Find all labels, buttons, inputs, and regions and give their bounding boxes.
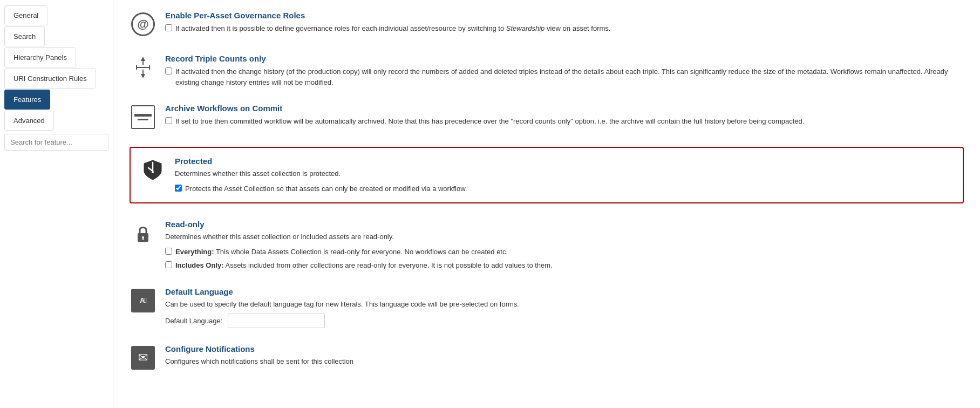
- archive-workflows-checkbox[interactable]: [165, 117, 172, 124]
- feature-enable-per-asset: @ Enable Per-Asset Governance Roles If a…: [130, 11, 964, 38]
- feature-title-read-only: Read-only: [165, 220, 964, 229]
- sidebar-item-general[interactable]: General: [4, 5, 47, 25]
- feature-desc-default-language: Can be used to specify the default langu…: [165, 299, 964, 310]
- includes-only-checkbox[interactable]: [165, 261, 172, 268]
- feature-title-enable-per-asset: Enable Per-Asset Governance Roles: [165, 11, 964, 20]
- feature-title-default-language: Default Language: [165, 287, 964, 296]
- lock-svg: [131, 221, 155, 245]
- feature-protected-box: Protected Determines whether this asset …: [130, 147, 964, 203]
- svg-marker-1: [141, 57, 145, 61]
- configure-notifications-link[interactable]: Configure Notifications: [165, 344, 255, 353]
- svg-point-9: [142, 236, 144, 239]
- language-icon: A𝎘: [130, 287, 156, 314]
- feature-desc-protected: Determines whether this asset collection…: [175, 168, 954, 179]
- sidebar-item-features[interactable]: Features: [4, 90, 50, 110]
- includes-only-option-label: Includes Only: Assets included from othe…: [175, 260, 553, 271]
- at-icon: @: [130, 11, 156, 38]
- enable-per-asset-desc: If activated then it is possible to defi…: [175, 23, 610, 34]
- sidebar-nav: General Search Hierarchy Panels URI Cons…: [0, 5, 113, 131]
- feature-archive-workflows: Archive Workflows on Commit If set to tr…: [130, 104, 964, 131]
- mail-icon: ✉: [130, 344, 156, 371]
- sidebar: General Search Hierarchy Panels URI Cons…: [0, 0, 113, 408]
- archive-icon: [130, 104, 156, 131]
- sidebar-item-advanced[interactable]: Advanced: [4, 111, 54, 131]
- protected-checkbox[interactable]: [175, 185, 182, 192]
- triple-counts-svg: [131, 56, 155, 79]
- enable-per-asset-checkbox[interactable]: [165, 24, 172, 31]
- lock-icon: [130, 220, 156, 247]
- everything-option-label: Everything: This whole Data Assets Colle…: [175, 247, 508, 257]
- feature-title-archive: Archive Workflows on Commit: [165, 104, 964, 113]
- sidebar-item-search[interactable]: Search: [4, 26, 45, 46]
- triple-icon: [130, 54, 156, 81]
- feature-title-protected: Protected: [175, 157, 954, 166]
- record-triple-checkbox[interactable]: [165, 67, 172, 74]
- shield-icon: [139, 157, 166, 183]
- feature-desc-configure-notifications: Configures which notifications shall be …: [165, 356, 964, 367]
- everything-checkbox[interactable]: [165, 248, 172, 255]
- svg-point-7: [152, 171, 154, 173]
- shield-svg: [141, 158, 165, 182]
- record-triple-desc: If activated then the change history (of…: [175, 66, 964, 87]
- sidebar-item-uri-construction-rules[interactable]: URI Construction Rules: [4, 69, 96, 89]
- feature-default-language: A𝎘 Default Language Can be used to speci…: [130, 287, 964, 329]
- default-language-input[interactable]: [228, 314, 325, 328]
- archive-workflows-desc: If set to true then committed workflow w…: [175, 116, 804, 127]
- sidebar-item-hierarchy-panels[interactable]: Hierarchy Panels: [4, 47, 76, 67]
- svg-marker-3: [141, 74, 145, 78]
- feature-title-configure-notifications: Configure Notifications: [165, 344, 964, 353]
- feature-desc-read-only: Determines whether this asset collection…: [165, 232, 964, 242]
- feature-search-input[interactable]: [4, 134, 108, 151]
- main-content: @ Enable Per-Asset Governance Roles If a…: [113, 0, 980, 408]
- protected-option-label: Protects the Asset Collection so that as…: [185, 183, 467, 194]
- default-language-label: Default Language:: [165, 317, 222, 325]
- feature-configure-notifications: ✉ Configure Notifications Configures whi…: [130, 344, 964, 371]
- feature-title-record-triple: Record Triple Counts only: [165, 54, 964, 63]
- feature-read-only: Read-only Determines whether this asset …: [130, 220, 964, 271]
- feature-record-triple-counts: Record Triple Counts only If activated t…: [130, 54, 964, 87]
